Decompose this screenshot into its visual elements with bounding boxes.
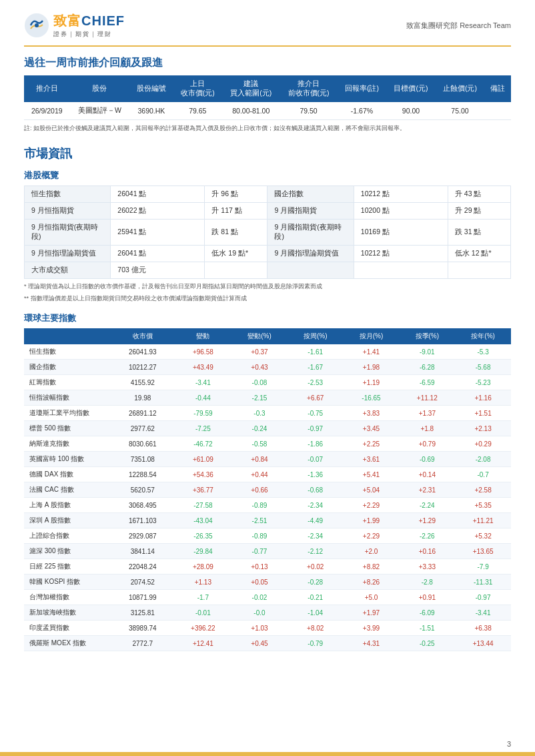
idx-quarter: +0.14	[399, 467, 455, 482]
hk-val-2: 26022 點	[111, 202, 205, 219]
hk-row-1: 恒生指數 26041 點 升 96 點 國企指數 10212 點 升 43 點	[25, 185, 511, 202]
idx-year: +1.51	[455, 406, 511, 421]
hk-overview-table: 恒生指數 26041 點 升 96 點 國企指數 10212 點 升 43 點 …	[24, 185, 511, 279]
idx-chg: -0.01	[175, 605, 231, 621]
intro-table-header: 推介日 股份 股份編號 上日收市價(元) 建議買入範圍(元) 推介日前收市價(元…	[24, 75, 511, 102]
idx-close: 3125.81	[111, 605, 175, 621]
cell-stock-name: 美圖點評－W	[70, 102, 130, 120]
idx-chg: -26.35	[175, 528, 231, 544]
idx-month: +3.99	[344, 621, 400, 636]
intro-table: 推介日 股份 股份編號 上日收市價(元) 建議買入範圍(元) 推介日前收市價(元…	[24, 75, 511, 120]
idx-chg-pct: +0.37	[231, 344, 288, 360]
idx-close: 19.98	[111, 390, 175, 406]
th-intro-date: 推介日	[24, 75, 70, 102]
idx-month: -16.65	[344, 390, 400, 406]
hk-label-1: 恒生指數	[25, 185, 111, 202]
cell-date: 26/9/2019	[24, 102, 70, 120]
table-row: 印度孟買指數 38989.74 +396.22 +1.03 +8.02 +3.9…	[24, 621, 511, 636]
idx-month: +1.19	[344, 375, 400, 390]
idx-chg-pct: -0.58	[231, 436, 288, 452]
idx-quarter: -9.01	[399, 344, 455, 360]
idx-chg-pct: +0.05	[231, 575, 288, 590]
idx-chg: -46.72	[175, 436, 231, 452]
idx-year: -7.9	[455, 559, 511, 575]
idx-name: 滬深 300 指數	[24, 544, 111, 559]
idx-year: +5.35	[455, 498, 511, 513]
hk-val-2b: 10200 點	[354, 202, 448, 219]
th-close: 收市價	[111, 328, 175, 344]
hk-val-1b: 10212 點	[354, 185, 448, 202]
idx-week: -2.12	[288, 544, 344, 559]
idx-chg-pct: -0.02	[231, 590, 288, 605]
idx-month: +1.97	[344, 605, 400, 621]
idx-year: -11.31	[455, 575, 511, 590]
table-row: 紅籌指數 4155.92 -3.41 -0.08 -2.53 +1.19 -6.…	[24, 375, 511, 390]
idx-chg: +96.58	[175, 344, 231, 360]
hk-val-4: 26041 點	[111, 245, 205, 262]
cell-intro-prev-close: 79.50	[280, 102, 337, 120]
logo-sub-text: 證券｜期貨｜理財	[53, 30, 125, 39]
table-row: 道瓊斯工業平均指數 26891.12 -79.59 -0.3 -0.75 +3.…	[24, 406, 511, 421]
idx-month: +1.99	[344, 513, 400, 528]
table-row: 26/9/2019 美圖點評－W 3690.HK 79.65 80.00-81.…	[24, 102, 511, 120]
idx-quarter: +1.29	[399, 513, 455, 528]
th-return-rate: 回報率(註)	[338, 75, 387, 102]
idx-year: -0.97	[455, 590, 511, 605]
idx-quarter: -2.26	[399, 528, 455, 544]
idx-chg-pct: +0.44	[231, 467, 288, 482]
th-change: 變動	[175, 328, 231, 344]
idx-name: 紅籌指數	[24, 375, 111, 390]
idx-month: +2.29	[344, 528, 400, 544]
table-row: 上證綜合指數 2929.087 -26.35 -0.89 -2.34 +2.29…	[24, 528, 511, 544]
th-intro-prev-close: 推介日前收市價(元)	[280, 75, 337, 102]
section1-note: 註: 如股份已於推介後觸及建議買入範圍，其回報率的計算基礎為買入價及股份的上日收…	[24, 124, 511, 133]
idx-chg: -27.58	[175, 498, 231, 513]
hk-label-4: 9 月恒指理論期貨值	[25, 245, 111, 262]
hk-val-5b	[354, 262, 448, 278]
idx-name: 台灣加權指數	[24, 590, 111, 605]
idx-week: -1.36	[288, 467, 344, 482]
cell-stock-code: 3690.HK	[129, 102, 173, 120]
idx-name: 道瓊斯工業平均指數	[24, 406, 111, 421]
table-row: 恒生指數 26041.93 +96.58 +0.37 -1.61 +1.41 -…	[24, 344, 511, 360]
th-week: 按周(%)	[288, 328, 344, 344]
hk-label-2: 9 月恒指期貨	[25, 202, 111, 219]
idx-year: +5.32	[455, 528, 511, 544]
idx-quarter: +3.33	[399, 559, 455, 575]
company-logo-icon	[24, 13, 49, 38]
idx-year: +6.38	[455, 621, 511, 636]
idx-chg: +396.22	[175, 621, 231, 636]
hk-label-5b	[268, 262, 354, 278]
cell-remark	[484, 102, 511, 120]
idx-close: 12288.54	[111, 467, 175, 482]
idx-quarter: -0.69	[399, 452, 455, 467]
idx-close: 3068.495	[111, 498, 175, 513]
th-index-name	[24, 328, 111, 344]
table-row: 台灣加權指數 10871.99 -1.7 -0.02 -0.21 +5.0 +0…	[24, 590, 511, 605]
idx-quarter: +1.37	[399, 406, 455, 421]
idx-close: 7351.08	[111, 452, 175, 467]
idx-month: +1.41	[344, 344, 400, 360]
global-table-body: 恒生指數 26041.93 +96.58 +0.37 -1.61 +1.41 -…	[24, 344, 511, 651]
idx-quarter: +0.79	[399, 436, 455, 452]
th-change-pct: 變動(%)	[231, 328, 288, 344]
idx-close: 22048.24	[111, 559, 175, 575]
idx-name: 俄羅斯 MOEX 指數	[24, 636, 111, 651]
idx-chg-pct: -0.08	[231, 375, 288, 390]
hk-chg-3b: 跌 31 點	[448, 219, 510, 245]
idx-year: -5.23	[455, 375, 511, 390]
idx-chg: +28.09	[175, 559, 231, 575]
page: 致富CHIEF 證券｜期貨｜理財 致富集團研究部 Research Team 過…	[0, 0, 535, 756]
idx-close: 2977.62	[111, 421, 175, 436]
cell-prev-close: 79.65	[173, 102, 223, 120]
logo-main-text: 致富CHIEF	[53, 12, 125, 30]
idx-chg-pct: +0.13	[231, 559, 288, 575]
hk-label-4b: 9 月國指理論期貨值	[268, 245, 354, 262]
idx-month: +3.61	[344, 452, 400, 467]
idx-quarter: -0.25	[399, 636, 455, 651]
hk-val-5: 703 億元	[111, 262, 205, 278]
idx-month: +1.98	[344, 360, 400, 375]
idx-month: +8.82	[344, 559, 400, 575]
idx-close: 5620.57	[111, 482, 175, 498]
hk-label-1b: 國企指數	[268, 185, 354, 202]
